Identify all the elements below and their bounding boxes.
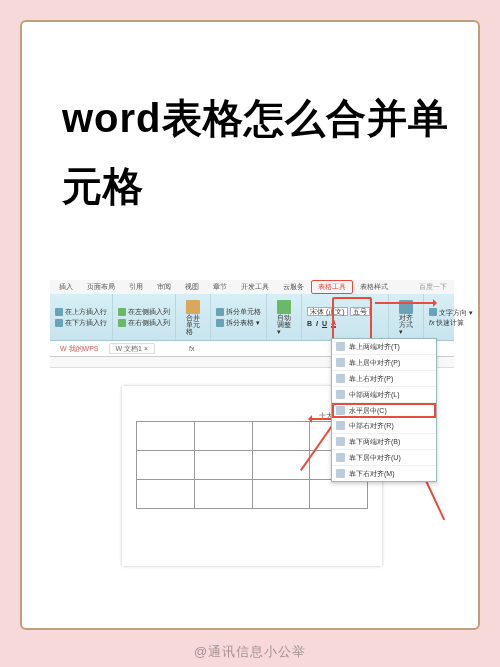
grp-cols: 在左侧插入列 在右侧插入列 [113, 294, 176, 340]
font-size[interactable]: 五号 [350, 307, 370, 316]
tab-review[interactable]: 审阅 [150, 280, 178, 294]
grp-align: 对齐方式 ▾ [389, 294, 424, 340]
tab-table-style[interactable]: 表格样式 [353, 280, 395, 294]
col-left-icon [118, 308, 126, 316]
font-row: 宋体 (正文) 五号 [306, 306, 384, 317]
grp-autofit: 自动调整 ▾ [267, 294, 302, 340]
watermark: @通讯信息小公举 [0, 643, 500, 661]
btn-color[interactable]: A [331, 319, 336, 328]
btn-merge-cells[interactable]: 合并单元格 [180, 298, 206, 337]
table-row [137, 480, 368, 509]
mi-mid-both[interactable]: 中部两端对齐(L) [332, 387, 436, 403]
tab-ref[interactable]: 引用 [122, 280, 150, 294]
split-table-icon [216, 319, 224, 327]
align-ml-icon [336, 390, 345, 399]
text-dir-icon [429, 308, 437, 316]
table-cell[interactable] [194, 480, 252, 509]
tab-layout[interactable]: 页面布局 [80, 280, 122, 294]
align-menu: 靠上两端对齐(T) 靠上居中对齐(P) 靠上右对齐(P) 中部两端对齐(L) 水… [331, 338, 437, 482]
btn-split-cell[interactable]: 拆分单元格 [215, 307, 262, 317]
row-above-icon [55, 308, 63, 316]
font-name[interactable]: 宋体 (正文) [307, 307, 348, 316]
tab-table-tools[interactable]: 表格工具 [311, 280, 353, 294]
autofit-icon [277, 300, 291, 314]
mi-mid-right[interactable]: 中部右对齐(R) [332, 418, 436, 434]
btn-text-dir[interactable]: 文字方向 ▾ [428, 307, 474, 317]
merge-icon [186, 300, 200, 314]
grp-merge: 合并单元格 [176, 294, 211, 340]
align-tr-icon [336, 374, 345, 383]
grp-split: 拆分单元格 拆分表格 ▾ [211, 294, 267, 340]
search-box[interactable]: 百度一下 [412, 280, 454, 294]
grp-rows: 在上方插入行 在下方插入行 [50, 294, 113, 340]
table-cell[interactable] [137, 480, 195, 509]
grp-right: 文字方向 ▾ fx快速计算 [424, 294, 478, 340]
btn-insert-row-below[interactable]: 在下方插入行 [54, 318, 108, 328]
col-right-icon [118, 319, 126, 327]
align-tc-icon [336, 358, 345, 367]
mi-bot-center[interactable]: 靠下居中对齐(U) [332, 450, 436, 466]
font-style-row: B I U A [306, 318, 384, 329]
mi-top-right[interactable]: 靠上右对齐(P) [332, 371, 436, 387]
btn-fx[interactable]: fx快速计算 [428, 318, 474, 327]
mi-bot-right[interactable]: 靠下右对齐(M) [332, 466, 436, 481]
table-cell[interactable] [310, 480, 368, 509]
table-cell[interactable] [194, 422, 252, 451]
table-cell[interactable] [137, 451, 195, 480]
mi-center[interactable]: 水平居中(C) [332, 403, 436, 418]
mi-top-both[interactable]: 靠上两端对齐(T) [332, 339, 436, 355]
btn-align[interactable]: 对齐方式 ▾ [393, 298, 419, 337]
table-cell[interactable] [137, 422, 195, 451]
align-bl-icon [336, 437, 345, 446]
align-br-icon [336, 469, 345, 478]
btn-italic[interactable]: I [316, 320, 318, 327]
align-mr-icon [336, 421, 345, 430]
tab-section[interactable]: 章节 [206, 280, 234, 294]
table-cell[interactable] [194, 451, 252, 480]
wps-tab[interactable]: W 我的WPS [54, 344, 105, 353]
mi-top-center[interactable]: 靠上居中对齐(P) [332, 355, 436, 371]
align-bc-icon [336, 453, 345, 462]
btn-insert-col-left[interactable]: 在左侧插入列 [117, 307, 171, 317]
align-icon [399, 300, 413, 314]
align-tl-icon [336, 342, 345, 351]
btn-insert-col-right[interactable]: 在右侧插入列 [117, 318, 171, 328]
btn-autofit[interactable]: 自动调整 ▾ [271, 298, 297, 337]
file-tab[interactable]: W 文档1 × [109, 343, 156, 354]
tab-dev[interactable]: 开发工具 [234, 280, 276, 294]
table-cell[interactable] [252, 451, 310, 480]
fx-bar[interactable]: fx [189, 345, 194, 352]
row-below-icon [55, 319, 63, 327]
mi-bot-both[interactable]: 靠下两端对齐(B) [332, 434, 436, 450]
btn-insert-row-above[interactable]: 在上方插入行 [54, 307, 108, 317]
card-frame: word表格怎么合并单元格 插入 页面布局 引用 审阅 视图 章节 开发工具 云… [20, 20, 480, 630]
ribbon-tabs: 插入 页面布局 引用 审阅 视图 章节 开发工具 云服务 表格工具 表格样式 百… [50, 280, 454, 294]
tab-insert[interactable]: 插入 [52, 280, 80, 294]
table-cell[interactable] [252, 422, 310, 451]
tab-view[interactable]: 视图 [178, 280, 206, 294]
tab-cloud[interactable]: 云服务 [276, 280, 311, 294]
split-cell-icon [216, 308, 224, 316]
btn-split-table[interactable]: 拆分表格 ▾ [215, 318, 262, 328]
btn-underline[interactable]: U [322, 320, 327, 327]
tutorial-title: word表格怎么合并单元格 [62, 84, 462, 220]
grp-font: 宋体 (正文) 五号 B I U A [302, 294, 389, 340]
table-cell[interactable] [252, 480, 310, 509]
app-screenshot: 插入 页面布局 引用 审阅 视图 章节 开发工具 云服务 表格工具 表格样式 百… [50, 280, 454, 600]
ribbon: 在上方插入行 在下方插入行 在左侧插入列 在右侧插入列 合并单元格 拆分单元格 … [50, 294, 454, 341]
btn-bold[interactable]: B [307, 320, 312, 327]
align-mc-icon [336, 406, 345, 415]
fx-icon: fx [429, 319, 434, 326]
